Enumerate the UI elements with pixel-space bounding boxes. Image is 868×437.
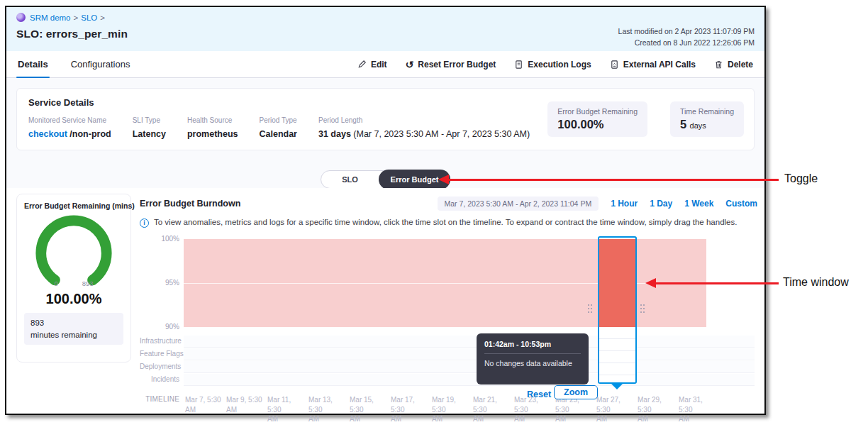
environment-suffix: /non-prod [67, 129, 111, 139]
minutes-remaining-label: minutes remaining [30, 329, 117, 341]
breadcrumb-srm-demo[interactable]: SRM demo [30, 13, 71, 22]
breadcrumb-slo[interactable]: SLO [81, 13, 97, 22]
timeline-tick: Mar 19, 5:30AM [432, 395, 471, 424]
toggle-option-slo[interactable]: SLO [321, 175, 379, 184]
minutes-remaining-value: 893 [30, 317, 117, 329]
timeline-label: TIMELINE [140, 395, 179, 403]
time-window-pointer [611, 384, 623, 389]
right-drag-handle[interactable] [640, 304, 647, 316]
plot-area[interactable]: 01:42am - 10:53pm No changes data availa… [184, 236, 757, 412]
toggle-arrow-head [438, 175, 449, 184]
gauge-max: 893 [82, 280, 94, 287]
info-icon: i [140, 218, 149, 228]
range-1-day[interactable]: 1 Day [650, 199, 672, 209]
time-window-arrow-head [645, 278, 656, 288]
edit-button[interactable]: Edit [357, 60, 387, 70]
execution-logs-button[interactable]: Execution Logs [514, 60, 591, 70]
field-value: prometheus [187, 129, 238, 139]
tab-configurations[interactable]: Configurations [60, 51, 142, 77]
field-label: Period Type [259, 116, 297, 124]
y-label-95: 95% [140, 279, 179, 287]
external-api-calls-button[interactable]: External API Calls [610, 60, 696, 70]
lane-deployments [184, 361, 755, 373]
left-drag-handle[interactable] [588, 304, 594, 316]
range-custom[interactable]: Custom [725, 199, 757, 209]
gauge: 0 893 [24, 211, 123, 298]
delete-label: Delete [728, 60, 753, 70]
tooltip-time-range: 01:42am - 10:53pm [484, 340, 581, 348]
date-range-chip[interactable]: Mar 7, 2023 5:30 AM - Apr 2, 2023 11:04 … [438, 197, 599, 211]
document-icon [514, 60, 523, 70]
timeline-tick: Mar 29, 5:30AM [638, 395, 677, 424]
reset-error-budget-label: Reset Error Budget [418, 60, 496, 70]
timeline-tick: Mar 17, 5:30AM [391, 395, 430, 424]
execution-logs-label: Execution Logs [528, 60, 591, 70]
reset-icon: ↺ [406, 60, 414, 70]
range-1-hour[interactable]: 1 Hour [611, 199, 638, 209]
time-window-annotation: Time window [783, 276, 849, 289]
lane-feature-flags [184, 348, 755, 360]
changes-tooltip: 01:42am - 10:53pm No changes data availa… [477, 333, 589, 385]
lane-incidents [184, 374, 755, 386]
external-api-calls-label: External API Calls [623, 60, 696, 70]
time-window-selection[interactable] [598, 236, 637, 384]
burndown-info-text: To view anomalies, metrics and logs for … [154, 218, 737, 226]
burndown-chart: 100% 95% 90% Infrastructure Feature Flag… [140, 236, 757, 412]
field-sli-type: SLI Type Latency [133, 116, 166, 140]
stat-value: 5 [680, 118, 686, 131]
timeline-tick: Mar 13, 5:30AM [308, 395, 347, 424]
delete-button[interactable]: Delete [714, 60, 753, 70]
monitored-service-link[interactable]: checkout [28, 129, 67, 139]
page-header: SRM demo > SLO > SLO: errors_per_min Las… [6, 7, 764, 51]
field-value: 31 days [318, 129, 351, 139]
timestamps: Last modified on 2 Apr 2023 11:07:09 PM … [618, 26, 755, 49]
field-label: Monitored Service Name [28, 116, 111, 124]
stat-unit: days [690, 121, 706, 130]
field-period-length: Period Length 31 days (Mar 7, 2023 5:30 … [318, 116, 530, 140]
error-budget-burndown: Error Budget Burndown Mar 7, 2023 5:30 A… [140, 194, 757, 414]
lane-label-incidents: Incidents [140, 375, 179, 383]
field-value: Latency [133, 129, 166, 139]
burndown-title: Error Budget Burndown [140, 199, 240, 209]
lane-label-deployments: Deployments [140, 363, 179, 370]
edit-label: Edit [371, 60, 387, 70]
lane-infrastructure [184, 336, 755, 348]
breadcrumb: SRM demo > SLO > [16, 13, 755, 22]
field-label: Health Source [187, 116, 238, 124]
stat-label: Error Budget Remaining [557, 107, 638, 116]
y-label-90: 90% [140, 323, 179, 331]
time-window-band-fill [599, 239, 635, 327]
last-modified-text: Last modified on 2 Apr 2023 11:07:09 PM [618, 26, 755, 37]
field-period-type: Period Type Calendar [259, 116, 297, 140]
y-label-100: 100% [140, 235, 179, 243]
timeline-tick: Mar 27, 5:30AM [596, 395, 635, 424]
breadcrumb-separator: > [74, 13, 79, 22]
created-text: Created on 8 Jun 2022 12:26:06 PM [618, 37, 755, 48]
tab-bar: Details Configurations Edit ↺ Reset Erro… [6, 51, 764, 78]
field-health-source: Health Source prometheus [187, 116, 238, 140]
timeline-tick: Mar 9, 5:30AM [226, 395, 265, 414]
time-window-lanes-fill [599, 327, 635, 382]
lane-label-infrastructure: Infrastructure [140, 337, 179, 345]
timeline-tick: Mar 21, 5:30AM [473, 395, 512, 424]
reset-error-budget-button[interactable]: ↺ Reset Error Budget [406, 60, 496, 70]
reset-zoom-link[interactable]: Reset [527, 389, 551, 399]
trash-icon [714, 60, 723, 70]
gauge-min: 0 [54, 280, 57, 287]
tab-details[interactable]: Details [6, 51, 60, 77]
stat-value: 100.00% [557, 118, 603, 131]
timeline-tick: Mar 31, 5:30AM [679, 395, 718, 424]
lane-label-feature-flags: Feature Flags [140, 350, 179, 358]
slo-details-window: SRM demo > SLO > SLO: errors_per_min Las… [5, 6, 766, 415]
range-1-week[interactable]: 1 Week [684, 199, 713, 209]
minutes-remaining-box: 893 minutes remaining [24, 313, 123, 345]
details-body: Service Details Monitored Service Name c… [6, 78, 764, 414]
timeline-tick: Mar 7, 5:30AM [185, 395, 224, 414]
gauge-title: Error Budget Remaining (mins) [24, 201, 123, 210]
error-budget-gauge-card: Error Budget Remaining (mins) 0 893 100.… [16, 194, 131, 363]
zoom-button[interactable]: Zoom [554, 385, 598, 399]
time-window-arrow-line [655, 282, 779, 284]
timeline-tick: Mar 11, 5:30AM [267, 395, 306, 424]
timeline-tick: Mar 25, 5:30AM [555, 395, 594, 424]
stat-label: Time Remaining [680, 107, 734, 116]
